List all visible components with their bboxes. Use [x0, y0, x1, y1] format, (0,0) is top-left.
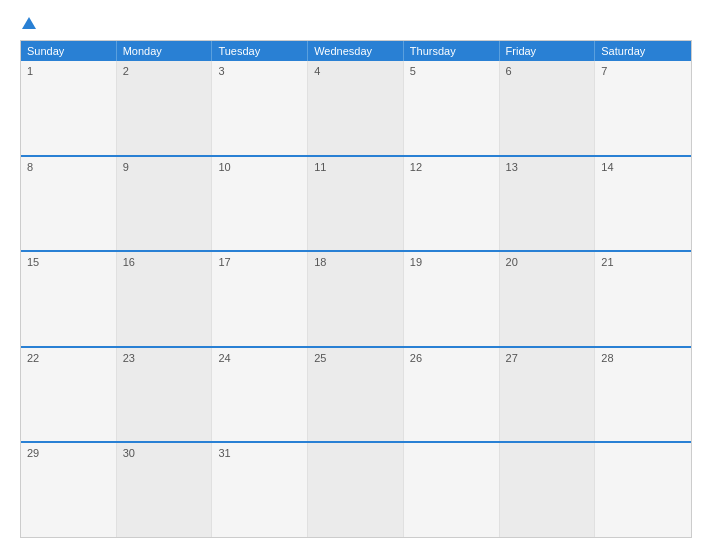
logo-triangle-icon [22, 17, 36, 29]
weeks-container: 1234567891011121314151617181920212223242… [21, 61, 691, 537]
day-cell-empty [500, 443, 596, 537]
day-number: 12 [410, 161, 493, 173]
day-number: 28 [601, 352, 685, 364]
day-cell-10: 10 [212, 157, 308, 251]
day-header-tuesday: Tuesday [212, 41, 308, 61]
day-number: 11 [314, 161, 397, 173]
day-number: 27 [506, 352, 589, 364]
day-number: 6 [506, 65, 589, 77]
day-cell-31: 31 [212, 443, 308, 537]
day-cell-23: 23 [117, 348, 213, 442]
day-cell-11: 11 [308, 157, 404, 251]
calendar-grid: SundayMondayTuesdayWednesdayThursdayFrid… [20, 40, 692, 538]
day-number: 24 [218, 352, 301, 364]
day-cell-20: 20 [500, 252, 596, 346]
day-number: 1 [27, 65, 110, 77]
day-number: 8 [27, 161, 110, 173]
day-cell-15: 15 [21, 252, 117, 346]
day-cell-7: 7 [595, 61, 691, 155]
day-header-friday: Friday [500, 41, 596, 61]
day-cell-empty [308, 443, 404, 537]
day-cell-2: 2 [117, 61, 213, 155]
day-number: 15 [27, 256, 110, 268]
day-cell-14: 14 [595, 157, 691, 251]
day-cell-22: 22 [21, 348, 117, 442]
day-cell-8: 8 [21, 157, 117, 251]
day-cell-17: 17 [212, 252, 308, 346]
day-number: 10 [218, 161, 301, 173]
day-number: 9 [123, 161, 206, 173]
day-cell-12: 12 [404, 157, 500, 251]
logo [20, 18, 36, 30]
day-number: 29 [27, 447, 110, 459]
day-cell-21: 21 [595, 252, 691, 346]
day-cell-16: 16 [117, 252, 213, 346]
day-cell-28: 28 [595, 348, 691, 442]
day-number: 21 [601, 256, 685, 268]
day-number: 20 [506, 256, 589, 268]
header [20, 18, 692, 30]
day-number: 4 [314, 65, 397, 77]
day-cell-9: 9 [117, 157, 213, 251]
week-row-2: 891011121314 [21, 155, 691, 251]
day-cell-3: 3 [212, 61, 308, 155]
day-cell-26: 26 [404, 348, 500, 442]
day-cell-1: 1 [21, 61, 117, 155]
day-cell-29: 29 [21, 443, 117, 537]
day-cell-6: 6 [500, 61, 596, 155]
calendar-page: SundayMondayTuesdayWednesdayThursdayFrid… [0, 0, 712, 550]
day-number: 13 [506, 161, 589, 173]
day-number: 31 [218, 447, 301, 459]
day-cell-18: 18 [308, 252, 404, 346]
day-number: 19 [410, 256, 493, 268]
day-number: 2 [123, 65, 206, 77]
day-number: 25 [314, 352, 397, 364]
day-number: 26 [410, 352, 493, 364]
week-row-5: 293031 [21, 441, 691, 537]
day-cell-24: 24 [212, 348, 308, 442]
day-header-thursday: Thursday [404, 41, 500, 61]
day-cell-19: 19 [404, 252, 500, 346]
day-number: 16 [123, 256, 206, 268]
day-cell-5: 5 [404, 61, 500, 155]
day-cell-30: 30 [117, 443, 213, 537]
week-row-1: 1234567 [21, 61, 691, 155]
day-number: 17 [218, 256, 301, 268]
day-number: 14 [601, 161, 685, 173]
day-headers-row: SundayMondayTuesdayWednesdayThursdayFrid… [21, 41, 691, 61]
week-row-3: 15161718192021 [21, 250, 691, 346]
day-number: 5 [410, 65, 493, 77]
day-header-monday: Monday [117, 41, 213, 61]
day-number: 3 [218, 65, 301, 77]
week-row-4: 22232425262728 [21, 346, 691, 442]
day-number: 7 [601, 65, 685, 77]
day-cell-13: 13 [500, 157, 596, 251]
day-number: 22 [27, 352, 110, 364]
day-number: 23 [123, 352, 206, 364]
day-header-saturday: Saturday [595, 41, 691, 61]
day-cell-empty [595, 443, 691, 537]
day-cell-27: 27 [500, 348, 596, 442]
day-header-sunday: Sunday [21, 41, 117, 61]
day-cell-empty [404, 443, 500, 537]
day-cell-25: 25 [308, 348, 404, 442]
day-number: 18 [314, 256, 397, 268]
day-header-wednesday: Wednesday [308, 41, 404, 61]
day-number: 30 [123, 447, 206, 459]
day-cell-4: 4 [308, 61, 404, 155]
